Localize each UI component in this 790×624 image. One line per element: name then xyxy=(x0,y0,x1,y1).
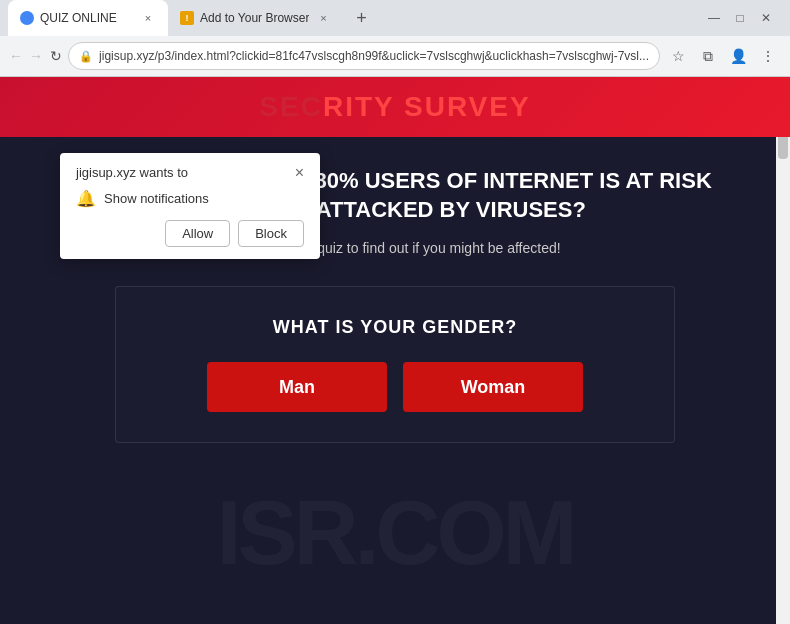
block-button[interactable]: Block xyxy=(238,220,304,247)
quiz-box: WHAT IS YOUR GENDER? Man Woman xyxy=(115,286,675,443)
address-bar[interactable]: 🔒 jigisup.xyz/p3/index.html?clickid=81fc… xyxy=(68,42,660,70)
tab-title-browser: Add to Your Browser xyxy=(200,11,309,25)
extensions-button[interactable]: ⧉ xyxy=(694,42,722,70)
bell-icon: 🔔 xyxy=(76,189,96,208)
notification-actions: Allow Block xyxy=(76,220,304,247)
tab-close-browser[interactable]: × xyxy=(315,10,331,26)
woman-button[interactable]: Woman xyxy=(403,362,583,412)
tab-favicon-quiz xyxy=(20,11,34,25)
tab-add-browser[interactable]: ! Add to Your Browser × xyxy=(168,0,343,36)
tab-favicon-warning: ! xyxy=(180,11,194,25)
menu-button[interactable]: ⋮ xyxy=(754,42,782,70)
survey-title: SECRITY SURVEY xyxy=(20,91,770,123)
restore-button[interactable]: □ xyxy=(728,6,752,30)
minimize-button[interactable]: — xyxy=(702,6,726,30)
navigation-bar: ← → ↻ 🔒 jigisup.xyz/p3/index.html?clicki… xyxy=(0,36,790,76)
nav-right-controls: ☆ ⧉ 👤 ⋮ xyxy=(664,42,782,70)
url-text: jigisup.xyz/p3/index.html?clickid=81fc47… xyxy=(99,49,649,63)
profile-button[interactable]: 👤 xyxy=(724,42,752,70)
browser-chrome: QUIZ ONLINE × ! Add to Your Browser × + … xyxy=(0,0,790,77)
close-window-button[interactable]: ✕ xyxy=(754,6,778,30)
tab-title-quiz: QUIZ ONLINE xyxy=(40,11,134,25)
quiz-question: WHAT IS YOUR GENDER? xyxy=(273,317,517,338)
back-button[interactable]: ← xyxy=(8,42,24,70)
survey-header: SECRITY SURVEY xyxy=(0,77,790,137)
tab-close-quiz[interactable]: × xyxy=(140,10,156,26)
allow-button[interactable]: Allow xyxy=(165,220,230,247)
notification-close-button[interactable]: × xyxy=(295,165,304,181)
lock-icon: 🔒 xyxy=(79,50,93,63)
page-content: SECRITY SURVEY DID YOU KNOW THAT 80% USE… xyxy=(0,77,790,624)
refresh-button[interactable]: ↻ xyxy=(48,42,64,70)
notification-popup: jigisup.xyz wants to × 🔔 Show notificati… xyxy=(60,153,320,259)
notification-header: jigisup.xyz wants to × xyxy=(76,165,304,181)
notification-permission-row: 🔔 Show notifications xyxy=(76,189,304,208)
window-controls: — □ ✕ xyxy=(702,6,782,30)
bookmark-button[interactable]: ☆ xyxy=(664,42,692,70)
notification-site-text: jigisup.xyz wants to xyxy=(76,165,188,180)
notification-permission-text: Show notifications xyxy=(104,191,209,206)
forward-button[interactable]: → xyxy=(28,42,44,70)
quiz-buttons: Man Woman xyxy=(207,362,583,412)
tab-bar: QUIZ ONLINE × ! Add to Your Browser × + … xyxy=(0,0,790,36)
man-button[interactable]: Man xyxy=(207,362,387,412)
add-tab-button[interactable]: + xyxy=(347,4,375,32)
tab-quiz-online[interactable]: QUIZ ONLINE × xyxy=(8,0,168,36)
